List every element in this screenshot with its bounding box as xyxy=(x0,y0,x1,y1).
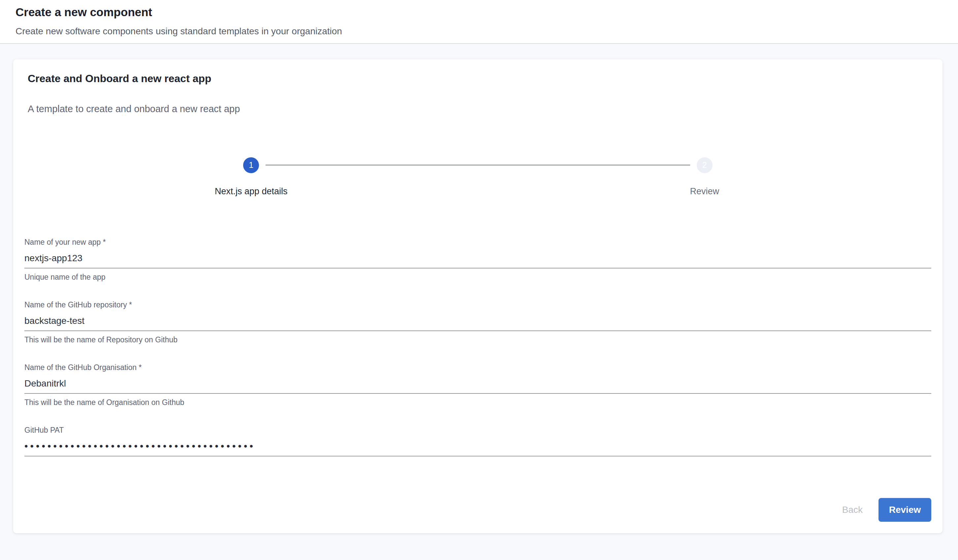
app-name-helper: Unique name of the app xyxy=(24,273,931,282)
app-name-field-group: Name of your new app * Unique name of th… xyxy=(24,238,931,282)
github-pat-field-group: GitHub PAT xyxy=(24,425,931,457)
org-name-label: Name of the GitHub Organisation * xyxy=(24,363,931,372)
back-button[interactable]: Back xyxy=(830,499,874,520)
step-review[interactable]: 2 Review xyxy=(478,157,932,197)
repo-name-field-group: Name of the GitHub repository * This wil… xyxy=(24,300,931,344)
app-name-input[interactable] xyxy=(24,252,931,268)
repo-name-helper: This will be the name of Repository on G… xyxy=(24,335,931,344)
org-name-field-group: Name of the GitHub Organisation * This w… xyxy=(24,363,931,407)
repo-name-input[interactable] xyxy=(24,315,931,331)
template-title: Create and Onboard a new react app xyxy=(28,73,931,85)
github-pat-input[interactable] xyxy=(24,441,931,457)
org-name-helper: This will be the name of Organisation on… xyxy=(24,398,931,407)
repo-name-label: Name of the GitHub repository * xyxy=(24,300,931,309)
stepper: 1 Next.js app details 2 Review xyxy=(24,157,931,197)
step-2-label: Review xyxy=(690,186,719,197)
app-details-form: Name of your new app * Unique name of th… xyxy=(24,238,931,457)
form-actions: Back Review xyxy=(24,498,931,522)
page-header: Create a new component Create new softwa… xyxy=(0,0,958,44)
template-subtitle: A template to create and onboard a new r… xyxy=(28,103,931,114)
step-1-label: Next.js app details xyxy=(215,186,288,197)
org-name-input[interactable] xyxy=(24,378,931,394)
template-card: Create and Onboard a new react app A tem… xyxy=(13,59,942,533)
step-1-circle: 1 xyxy=(243,157,259,173)
stepper-connector xyxy=(266,165,690,165)
step-nextjs-app-details[interactable]: 1 Next.js app details xyxy=(24,157,478,197)
app-name-label: Name of your new app * xyxy=(24,238,931,247)
step-2-circle: 2 xyxy=(697,157,712,173)
main-content: Create and Onboard a new react app A tem… xyxy=(0,44,958,533)
page-title: Create a new component xyxy=(16,5,942,19)
review-button[interactable]: Review xyxy=(879,498,931,522)
github-pat-label: GitHub PAT xyxy=(24,425,931,435)
page-subtitle: Create new software components using sta… xyxy=(16,26,942,36)
